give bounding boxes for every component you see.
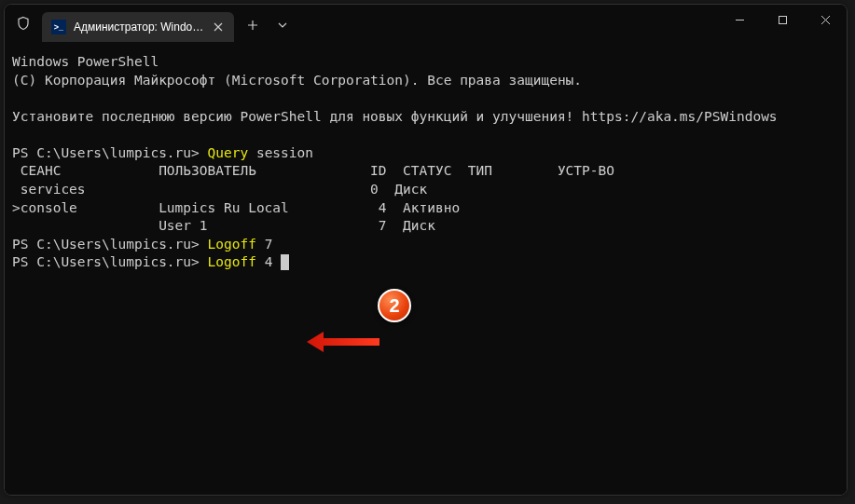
table-row: services 0 Диск: [12, 182, 427, 197]
titlebar-left: >_ Администратор: Windows Po: [5, 5, 297, 42]
terminal-content[interactable]: Windows PowerShell (C) Корпорация Майкро…: [5, 42, 847, 495]
command-keyword: Logoff: [208, 254, 256, 269]
table-row: >console Lumpics Ru Local 4 Активно: [12, 200, 460, 215]
minimize-button[interactable]: [718, 5, 761, 34]
table-header: СЕАНС ПОЛЬЗОВАТЕЛЬ ID СТАТУС ТИП УСТР-ВО: [12, 163, 614, 178]
cursor: [281, 254, 289, 270]
tab-dropdown-button[interactable]: [268, 10, 297, 40]
output-line: Windows PowerShell: [12, 54, 159, 69]
annotation-overlay: 2: [307, 289, 411, 322]
prompt: PS C:\Users\lumpics.ru>: [12, 145, 208, 160]
prompt: PS C:\Users\lumpics.ru>: [12, 254, 208, 269]
maximize-button[interactable]: [761, 5, 804, 34]
titlebar[interactable]: >_ Администратор: Windows Po: [5, 5, 847, 42]
output-line: (C) Корпорация Майкрософт (Microsoft Cor…: [12, 73, 582, 88]
table-row: User 1 7 Диск: [12, 218, 435, 233]
new-tab-button[interactable]: [238, 10, 268, 40]
output-line: Установите последнюю версию PowerShell д…: [12, 109, 778, 124]
prompt: PS C:\Users\lumpics.ru>: [12, 237, 208, 252]
command-keyword: Query: [208, 145, 249, 160]
svg-rect-0: [779, 16, 786, 23]
command-keyword: Logoff: [208, 237, 256, 252]
command-arg: session: [248, 145, 313, 160]
tab-close-button[interactable]: [212, 19, 225, 35]
powershell-icon: >_: [51, 20, 66, 34]
tab-powershell[interactable]: >_ Администратор: Windows Po: [42, 12, 234, 42]
command-arg: 7: [256, 237, 272, 252]
shield-icon: [5, 16, 42, 31]
close-button[interactable]: [804, 5, 847, 34]
terminal-window: >_ Администратор: Windows Po: [4, 4, 848, 496]
tab-title: Администратор: Windows Po: [74, 20, 204, 34]
arrow-icon: [307, 295, 379, 316]
window-controls: [718, 5, 847, 42]
command-arg: 4: [256, 254, 272, 269]
step-badge: 2: [378, 289, 411, 322]
